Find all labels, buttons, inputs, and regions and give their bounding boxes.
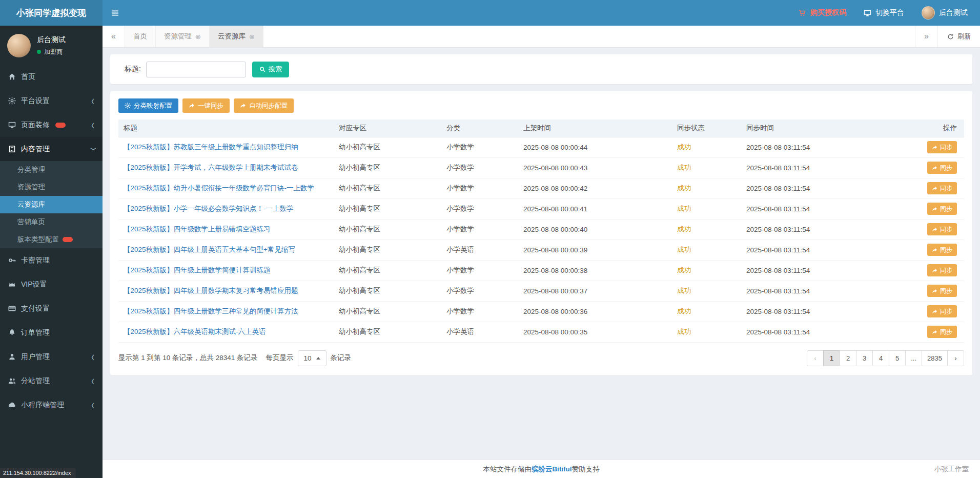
- tab-cloud-resource-library[interactable]: 云资源库⊗: [210, 26, 263, 47]
- sidebar-subitem-marketing-page[interactable]: 营销单页: [0, 213, 103, 231]
- zone-cell: 幼小初高专区: [334, 301, 441, 322]
- category-cell: 小学数学: [441, 137, 518, 157]
- resource-title-link[interactable]: 【2025秋新版】四年级数学上册易错填空题练习: [124, 225, 329, 234]
- sync-time-cell: 2025-08-08 03:11:54: [741, 157, 921, 178]
- refresh-button[interactable]: 刷新: [937, 26, 980, 47]
- topbar-user-menu[interactable]: 后台测试: [922, 6, 968, 19]
- resource-title-link[interactable]: 【2025秋新版】四年级上册数学简便计算训练题: [124, 266, 329, 275]
- table-row: 【2025秋新版】幼升小暑假衔接一年级数学必背口诀-一上数学幼小初高专区小学数学…: [118, 178, 964, 198]
- sync-status-text: 成功: [677, 266, 691, 274]
- zone-cell: 幼小初高专区: [334, 240, 441, 260]
- resource-table: 标题对应专区分类上架时间同步状态同步时间操作 【2025秋新版】苏教版三年级上册…: [118, 120, 964, 343]
- one-key-sync-button[interactable]: 一键同步: [182, 98, 230, 113]
- resource-title-link[interactable]: 【2025秋新版】四年级上册数学三种常见的简便计算方法: [124, 307, 329, 316]
- sidebar-item-substation-management[interactable]: 分站管理‹: [0, 369, 103, 393]
- row-sync-button[interactable]: 同步: [927, 223, 957, 235]
- sidebar-item-vip-settings[interactable]: VIP设置: [0, 272, 103, 296]
- pagination-page-2[interactable]: 2: [840, 350, 856, 366]
- share-icon: [932, 288, 937, 294]
- tab-close-icon[interactable]: ⊗: [249, 33, 255, 40]
- row-sync-button[interactable]: 同步: [927, 305, 957, 317]
- tab-home[interactable]: 首页: [125, 26, 156, 47]
- sidebar-item-label: VIP设置: [21, 280, 47, 289]
- table-row: 【2025秋新版】小学一年级必会数学知识点！-一上数学幼小初高专区小学数学202…: [118, 198, 964, 219]
- share-icon: [932, 329, 937, 335]
- sidebar-item-content-management[interactable]: 内容管理‹: [0, 137, 103, 161]
- share-icon: [932, 227, 937, 232]
- tab-resource-management[interactable]: 资源管理⊗: [156, 26, 210, 47]
- sidebar-subitem-cloud-resource-library[interactable]: 云资源库: [0, 196, 103, 213]
- table-header-row: 标题对应专区分类上架时间同步状态同步时间操作: [118, 120, 964, 137]
- category-cell: 小学英语: [441, 240, 518, 260]
- main-area: « 首页资源管理⊗云资源库⊗ » 刷新 标题: 搜索 分类映射配置: [103, 26, 980, 478]
- tab-close-icon[interactable]: ⊗: [195, 33, 201, 40]
- pagination-prev-button[interactable]: ‹: [807, 350, 824, 366]
- auto-sync-config-button[interactable]: 自动同步配置: [234, 98, 294, 113]
- share-icon: [932, 145, 937, 150]
- sidebar-item-user-management[interactable]: 用户管理‹: [0, 345, 103, 369]
- resource-title-link[interactable]: 【2025秋新版】开学考试，六年级数学上册期末考试试卷: [124, 163, 329, 172]
- row-sync-button[interactable]: 同步: [927, 244, 957, 256]
- switch-platform-link[interactable]: 切换平台: [864, 8, 904, 17]
- sidebar-subitem-version-type-config[interactable]: 版本类型配置: [0, 231, 103, 248]
- tabs-scroll-left-button[interactable]: «: [103, 26, 125, 47]
- row-sync-button[interactable]: 同步: [927, 141, 957, 153]
- sync-status-text: 成功: [677, 143, 691, 151]
- pagination-page-1[interactable]: 1: [823, 350, 840, 366]
- buy-auth-code-link[interactable]: 购买授权码: [799, 8, 846, 17]
- sidebar-item-card-key-management[interactable]: 卡密管理: [0, 248, 103, 272]
- resource-title-link[interactable]: 【2025秋新版】小学一年级必会数学知识点！-一上数学: [124, 204, 329, 213]
- sponsor-link[interactable]: 缤纷云Bitiful: [532, 465, 572, 474]
- pagination-next-button[interactable]: ›: [947, 350, 964, 366]
- category-mapping-config-button[interactable]: 分类映射配置: [118, 98, 178, 113]
- title-search-input[interactable]: [146, 62, 246, 77]
- page-size-select[interactable]: 10: [298, 350, 326, 366]
- pagination-page-2835[interactable]: 2835: [922, 350, 948, 366]
- tabs-scroll-right-button[interactable]: »: [915, 26, 937, 47]
- row-sync-button[interactable]: 同步: [927, 162, 957, 174]
- row-sync-button[interactable]: 同步: [927, 203, 957, 215]
- brand-logo[interactable]: 小张同学虚拟变现: [0, 0, 103, 26]
- chevron-icon: ‹: [86, 148, 99, 151]
- refresh-icon: [947, 33, 954, 40]
- row-sync-button[interactable]: 同步: [927, 264, 957, 276]
- table-row: 【2025秋新版】四年级上册数学三种常见的简便计算方法幼小初高专区小学数学202…: [118, 301, 964, 322]
- zone-cell: 幼小初高专区: [334, 281, 441, 301]
- sidebar-item-payment-settings[interactable]: 支付设置: [0, 296, 103, 321]
- per-page-label: 每页显示: [266, 353, 294, 363]
- sidebar-item-home[interactable]: 首页: [0, 65, 103, 89]
- resource-title-link[interactable]: 【2025秋新版】苏教版三年级上册数学重点知识整理归纳: [124, 143, 329, 152]
- sync-time-cell: 2025-08-08 03:11:54: [741, 178, 921, 198]
- resource-title-link[interactable]: 【2025秋新版】六年级英语期末测试-六上英语: [124, 327, 329, 336]
- pagination-page-3[interactable]: 3: [856, 350, 873, 366]
- pagination-page-5[interactable]: 5: [889, 350, 906, 366]
- table-row: 【2025秋新版】苏教版三年级上册数学重点知识整理归纳幼小初高专区小学数学202…: [118, 137, 964, 157]
- sidebar-toggle-button[interactable]: [103, 0, 127, 26]
- sidebar-subitem-label: 资源管理: [17, 183, 45, 192]
- table-row: 【2025秋新版】六年级英语期末测试-六上英语幼小初高专区小学英语2025-08…: [118, 322, 964, 342]
- sidebar: 后台测试 加盟商 首页平台设置‹页面装修‹内容管理‹分类管理资源管理云资源库营销…: [0, 26, 103, 478]
- sidebar-item-platform-settings[interactable]: 平台设置‹: [0, 89, 103, 113]
- category-cell: 小学数学: [441, 178, 518, 198]
- desktop-icon: [8, 121, 16, 129]
- search-button[interactable]: 搜索: [252, 62, 289, 77]
- row-sync-button[interactable]: 同步: [927, 182, 957, 194]
- sidebar-item-label: 首页: [21, 72, 35, 82]
- sidebar-item-page-decoration[interactable]: 页面装修‹: [0, 113, 103, 137]
- sidebar-item-miniprogram-management[interactable]: 小程序端管理‹: [0, 393, 103, 417]
- resource-title-link[interactable]: 【2025秋新版】四年级上册英语五大基本句型+常见缩写: [124, 245, 329, 254]
- records-info-text: 显示第 1 到第 10 条记录，总共 28341 条记录: [118, 353, 258, 363]
- resource-title-link[interactable]: 【2025秋新版】幼升小暑假衔接一年级数学必背口诀-一上数学: [124, 184, 329, 193]
- sidebar-subitem-category-management[interactable]: 分类管理: [0, 161, 103, 178]
- share-icon: [932, 206, 937, 212]
- pagination-page-4[interactable]: 4: [872, 350, 889, 366]
- sidebar-subitem-resource-management[interactable]: 资源管理: [0, 178, 103, 196]
- category-cell: 小学数学: [441, 260, 518, 281]
- category-cell: 小学数学: [441, 157, 518, 178]
- sidebar-item-order-management[interactable]: 订单管理: [0, 321, 103, 345]
- row-sync-button[interactable]: 同步: [927, 326, 957, 338]
- resource-title-link[interactable]: 【2025秋新版】四年级上册数学期末复习常考易错应用题: [124, 286, 329, 295]
- row-sync-button[interactable]: 同步: [927, 285, 957, 297]
- sync-status-text: 成功: [677, 164, 691, 171]
- sidebar-item-label: 平台设置: [21, 96, 50, 106]
